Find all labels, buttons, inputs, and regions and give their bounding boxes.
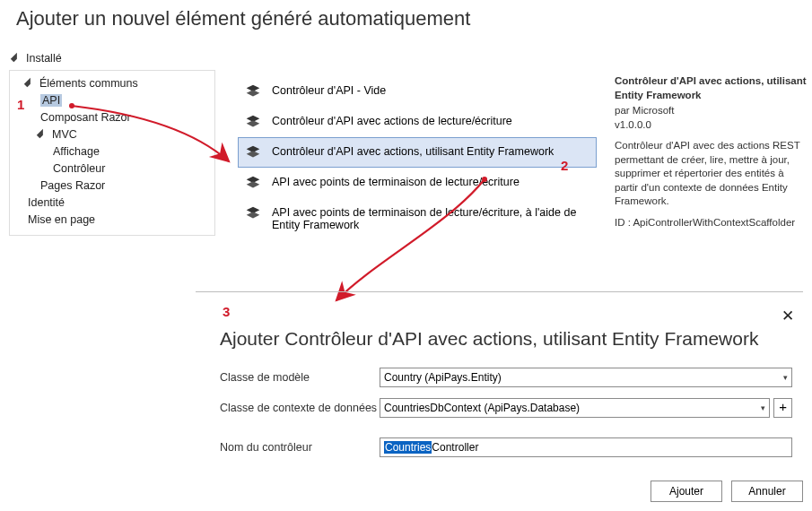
template-label: Contrôleur d'API - Vide [272, 82, 386, 97]
template-label: API avec points de terminaison de lectur… [272, 204, 591, 231]
tree-label: Identité [28, 196, 65, 209]
tree-item-razor-pages[interactable]: Pages Razor [10, 177, 214, 194]
add-context-button[interactable]: + [773, 398, 792, 418]
template-label: Contrôleur d'API avec actions de lecture… [272, 112, 512, 127]
cancel-button[interactable]: Annuler [731, 481, 803, 502]
close-button[interactable]: ✕ [781, 307, 794, 325]
tree-label: API [40, 94, 62, 107]
api-controller-icon [243, 204, 263, 223]
tree-item-view[interactable]: Affichage [10, 143, 214, 160]
detail-title: Contrôleur d'API avec actions, utilisant… [615, 74, 808, 102]
template-item-endpoints-rw[interactable]: API avec points de terminaison de lectur… [238, 168, 597, 198]
annotation-1: 1 [17, 97, 24, 112]
add-button[interactable]: Ajouter [650, 481, 722, 502]
tree-item-mvc[interactable]: MVC [10, 126, 214, 143]
second-dialog: ✕ Ajouter Contrôleur d'API avec actions,… [196, 291, 803, 468]
template-item-api-ef[interactable]: Contrôleur d'API avec actions, utilisant… [238, 137, 597, 168]
template-list: Contrôleur d'API - Vide Contrôleur d'API… [238, 76, 597, 237]
dialog2-title: Ajouter Contrôleur d'API avec actions, u… [196, 306, 803, 362]
detail-id: ID : ApiControllerWithContextScaffolder [615, 216, 808, 230]
tree-label: Pages Razor [40, 179, 105, 192]
tree-item-common[interactable]: Éléments communs [10, 74, 214, 91]
context-class-combo[interactable]: CountriesDbContext (ApiPays.Database) ▾ [380, 398, 770, 418]
tree-label: Composant Razor [40, 111, 131, 124]
tree-item-identity[interactable]: Identité [10, 194, 214, 211]
annotation-2: 2 [561, 158, 568, 173]
tree-label: MVC [52, 128, 77, 141]
controller-name-rest: Controller [432, 441, 478, 454]
tree-item-controller[interactable]: Contrôleur [10, 160, 214, 177]
category-tree: Installé Éléments communs API Composant … [9, 49, 215, 236]
api-controller-icon [243, 143, 263, 162]
api-controller-icon [243, 112, 263, 132]
tree-item-razor-component[interactable]: Composant Razor [10, 108, 214, 126]
tree-item-layout[interactable]: Mise en page [10, 211, 214, 228]
tree-label: Installé [26, 52, 62, 65]
tree-item-api[interactable]: API [10, 91, 214, 108]
context-class-label: Classe de contexte de données [220, 402, 380, 414]
chevron-down-icon: ▾ [761, 403, 765, 412]
tree-item-installed[interactable]: Installé [9, 49, 215, 66]
tree-label: Mise en page [28, 213, 95, 226]
detail-description: Contrôleur d'API avec des actions REST p… [615, 139, 808, 209]
template-details: Contrôleur d'API avec actions, utilisant… [615, 74, 808, 230]
detail-author: par Microsoft [615, 104, 808, 118]
template-label: Contrôleur d'API avec actions, utilisant… [272, 143, 554, 158]
template-label: API avec points de terminaison de lectur… [272, 173, 520, 188]
api-controller-icon [243, 173, 263, 193]
chevron-down-icon: ▾ [783, 373, 788, 382]
model-class-label: Classe de modèle [220, 371, 380, 384]
api-controller-icon [243, 82, 263, 101]
combo-value: Country (ApiPays.Entity) [384, 371, 502, 384]
controller-name-label: Nom du contrôleur [220, 441, 380, 454]
combo-value: CountriesDbContext (ApiPays.Database) [384, 402, 580, 414]
controller-name-selected: Countries [384, 441, 432, 454]
tree-label: Contrôleur [53, 162, 105, 175]
template-item-api-rw[interactable]: Contrôleur d'API avec actions de lecture… [238, 107, 597, 137]
tree-label: Éléments communs [39, 77, 138, 90]
tree-label: Affichage [53, 145, 100, 158]
window-title: Ajouter un nouvel élément généré automat… [0, 0, 812, 30]
detail-version: v1.0.0.0 [615, 118, 808, 133]
template-item-endpoints-ef[interactable]: API avec points de terminaison de lectur… [238, 198, 597, 237]
template-item-api-empty[interactable]: Contrôleur d'API - Vide [238, 76, 597, 107]
model-class-combo[interactable]: Country (ApiPays.Entity) ▾ [380, 368, 792, 387]
controller-name-input[interactable]: CountriesController [380, 437, 792, 457]
